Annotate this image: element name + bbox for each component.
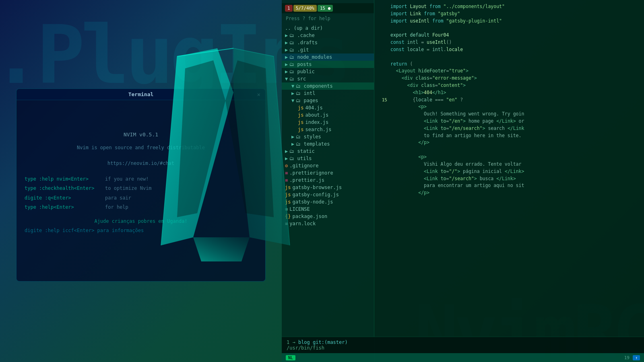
terminal-body: NVIM v0.5.1 Nvim is open source and free… [17, 100, 265, 241]
code-line: <Link to="/en/search"> search </Link [379, 125, 639, 132]
code-line [379, 146, 639, 154]
code-line: <Link to="/"> página inicial </Link> [379, 168, 639, 175]
file-pages[interactable]: ▼ 🗂 pages [282, 97, 374, 104]
js-icon: js [285, 199, 291, 205]
file-src[interactable]: ▼ 🗂 src [282, 75, 374, 82]
nvim-desc2: https://neovim.io/#chat [25, 160, 257, 167]
file-cache[interactable]: ▶ 🗂 .cache [282, 32, 374, 39]
file-public[interactable]: ▶ 🗂 public [282, 68, 374, 75]
folder-icon: ▶ [291, 90, 294, 96]
code-line: to find an artigo here in the site. [379, 132, 639, 140]
js-icon: js [298, 112, 303, 118]
folder-icon: ▼ [285, 76, 288, 82]
file-git[interactable]: ▶ 🗂 .git [282, 46, 374, 53]
terminal-line-4: type :help<Enter> for help [25, 204, 257, 211]
file-gatsby-node[interactable]: js gatsby-node.js [282, 198, 374, 206]
code-line: <Link to="/en"> home page </Link> or [379, 118, 639, 125]
folder-icon: ▶ [285, 40, 288, 45]
folder-icon: ▶ [285, 69, 288, 74]
git-arrow: → [292, 339, 298, 345]
terminal-special: Ajude crianças pobres em Uganda! [25, 218, 257, 225]
fish-prompt: /usr/bin/fish [287, 345, 324, 351]
code-line: Ouch! Something went wrong. Try goin [379, 111, 639, 118]
file-about[interactable]: js about.js [282, 111, 374, 119]
folder-icon: ▼ [291, 98, 294, 103]
file-index[interactable]: js index.js [282, 119, 374, 126]
terminal-window: Terminal × NVIM v0.5.1 Nvim is open sour… [16, 88, 266, 282]
explorer-help: Press ? for help [282, 15, 374, 22]
status-mode: NL [286, 355, 295, 360]
tab-2[interactable]: 5/7/40% [293, 5, 317, 12]
nvim-panel: 1 5/7/40% 15 ● Press ? for help .. (up a… [282, 0, 644, 362]
terminal-line-3: digite :q<Enter> para sair [25, 194, 257, 202]
file-license[interactable]: ≡ LICENSE [282, 206, 374, 213]
terminal-ajude: digite :help iccf<Enter> para informaçõe… [25, 227, 257, 234]
js-icon: js [285, 192, 291, 197]
folder-icon: ▶ [285, 33, 288, 38]
config-icon: ≡ [285, 221, 288, 226]
code-line: </p> [379, 189, 639, 197]
status-line-num: 19 [624, 355, 630, 360]
folder-icon: ▶ [285, 62, 288, 67]
file-utils[interactable]: ▶ 🗂 utils [282, 155, 374, 162]
nvim-desc1: Nvim is open source and freely distribut… [25, 144, 257, 152]
tab-1[interactable]: 1 [285, 5, 293, 12]
license-icon: ≡ [285, 206, 288, 212]
folder-icon: ▶ [285, 156, 288, 161]
code-line: <div class="content"> [379, 82, 639, 89]
prettier-icon: ≡ [285, 170, 288, 176]
git-status-number: 1 [287, 339, 289, 345]
file-gatsby-config[interactable]: js gatsby-config.js [282, 191, 374, 198]
up-dir-label: .. (up a dir) [285, 25, 323, 31]
file-intl[interactable]: ▶ 🗂 intl [282, 90, 374, 97]
file-components[interactable]: ▼ 🗂 components [282, 82, 374, 90]
file-styles[interactable]: ▶ 🗂 styles [282, 133, 374, 140]
file-gitignore[interactable]: ⚙ .gitignore [282, 162, 374, 169]
code-line: <p> [379, 154, 639, 161]
terminal-titlebar: Terminal × [17, 89, 265, 100]
terminal-line-1: type :help nvim<Enter> if you are new! [25, 175, 257, 183]
file-templates[interactable]: ▶ 🗂 templates [282, 140, 374, 148]
fish-prompt-line: /usr/bin/fish [287, 345, 639, 351]
file-gatsby-browser[interactable]: js gatsby-browser.js [282, 184, 374, 191]
file-404[interactable]: js 404.js [282, 104, 374, 111]
close-icon[interactable]: × [257, 91, 260, 98]
status-col: ↑ [633, 355, 640, 360]
code-line: Vishi Algo deu errado. Tente voltar [379, 161, 639, 168]
code-line: <Layout hideFooter="true"> [379, 68, 639, 75]
code-line: import Layout from "../components/layout… [379, 3, 639, 10]
file-package[interactable]: {} package.json [282, 213, 374, 220]
terminal-bottom: 1 → blog git:(master) /usr/bin/fish [282, 337, 644, 353]
file-search[interactable]: js search.js [282, 126, 374, 133]
code-line: return ( [379, 61, 639, 68]
tab-3[interactable]: 15 ● [318, 5, 333, 12]
code-line: 15 {locale === "en" ? [379, 97, 639, 104]
terminal-title: Terminal [128, 91, 154, 97]
file-prettier[interactable]: ≡ .prettier.js [282, 177, 374, 184]
code-line [379, 25, 639, 32]
folder-icon: ▶ [291, 141, 294, 147]
file-static[interactable]: ▶ 🗂 static [282, 148, 374, 155]
code-line: import Link from "gatsby" [379, 10, 639, 18]
file-node-modules[interactable]: ▶ 🗂 node_modules [282, 53, 374, 61]
file-drafts[interactable]: ▶ 🗂 .drafts [282, 39, 374, 46]
folder-icon: ▶ [285, 148, 288, 154]
file-prettierignore[interactable]: ≡ .prettierignore [282, 169, 374, 177]
json-icon: {} [285, 214, 291, 219]
terminal-line-2: type :checkhealth<Enter> to optimize Nvi… [25, 185, 257, 192]
prettier-icon: ≡ [285, 177, 288, 183]
code-line: const locale = intl.locale [379, 46, 639, 53]
folder-icon: ▶ [285, 47, 288, 53]
code-line [379, 53, 639, 61]
up-dir[interactable]: .. (up a dir) [282, 25, 374, 32]
status-left: NL [286, 355, 299, 360]
file-posts[interactable]: ▶ 🗂 posts [282, 61, 374, 68]
folder-icon: ▶ [285, 54, 288, 60]
folder-icon: ▼ [291, 83, 294, 89]
js-icon: js [298, 119, 303, 125]
status-right: 19 ↑ [624, 355, 640, 360]
file-yarn[interactable]: ≡ yarn.lock [282, 220, 374, 227]
folder-icon: ▶ [291, 134, 294, 140]
js-icon: js [298, 127, 303, 132]
status-bar: NL 19 ↑ [282, 353, 644, 362]
